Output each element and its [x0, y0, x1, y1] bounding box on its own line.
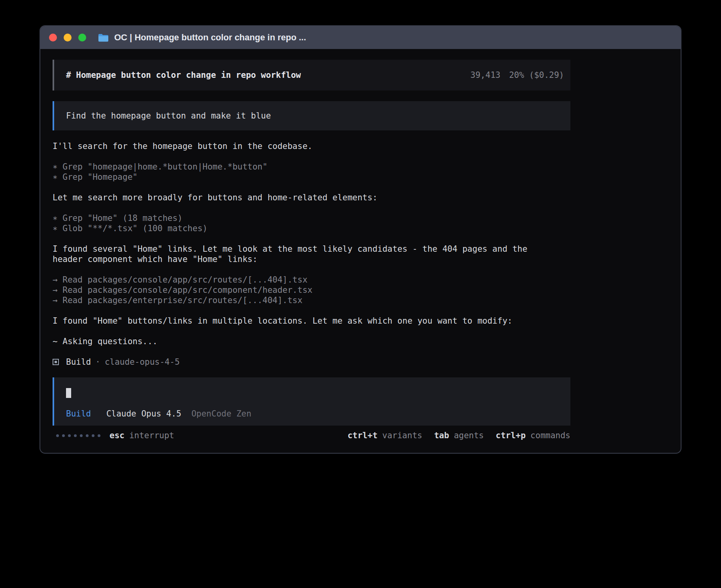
shortcut-key: esc [109, 430, 125, 441]
session-header: # Homepage button color change in repo w… [53, 60, 570, 90]
shortcut-key: ctrl+p [496, 430, 526, 441]
shortcut-key: tab [434, 430, 449, 441]
shortcut-key: ctrl+t [347, 430, 377, 441]
input-agent-label[interactable]: Build [66, 409, 91, 418]
context-usage: 20% ($0.29) [509, 70, 564, 80]
user-message: Find the homepage button and make it blu… [53, 101, 570, 130]
tool-call-line: ∗ Grep "homepage|home.*button|Home.*butt… [53, 162, 543, 172]
tool-call-line: ∗ Grep "Homepage" [53, 172, 543, 182]
status-line: ~ Asking questions... [53, 336, 543, 347]
shortcut-commands: ctrl+p commands [496, 430, 570, 441]
spinner-dots [56, 434, 100, 437]
statusbar: esc interrupt ctrl+t variants tab agents… [56, 430, 570, 441]
traffic-lights [49, 34, 86, 41]
tool-call-line: ∗ Grep "Home" (18 matches) [53, 213, 543, 223]
read-tool-line: → Read packages/console/app/src/componen… [53, 285, 543, 295]
user-message-text: Find the homepage button and make it blu… [66, 111, 271, 121]
shortcut-label: agents [454, 430, 484, 441]
read-tool-line: → Read packages/enterprise/src/routes/[.… [53, 295, 543, 305]
close-button[interactable] [49, 34, 57, 41]
input-model-label[interactable]: Claude Opus 4.5 [106, 409, 181, 418]
shortcut-label: commands [530, 430, 570, 441]
terminal-window: OC | Homepage button color change in rep… [40, 25, 681, 454]
agent-name: Build [66, 357, 91, 367]
prompt-input[interactable]: Build Claude Opus 4.5 OpenCode Zen [53, 377, 570, 426]
shortcut-label: variants [382, 430, 422, 441]
tool-call-group: ∗ Grep "Home" (18 matches) ∗ Glob "**/*.… [53, 213, 543, 234]
shortcut-label: interrupt [129, 430, 174, 441]
agent-icon [53, 359, 59, 365]
titlebar[interactable]: OC | Homepage button color change in rep… [40, 26, 681, 49]
shortcut-agents: tab agents [434, 430, 484, 441]
text-cursor [66, 388, 71, 398]
input-provider-label: OpenCode Zen [191, 409, 251, 418]
session-stats: 39,413 20% ($0.29) [470, 70, 564, 80]
assistant-paragraph: I found several "Home" links. Let me loo… [53, 244, 543, 264]
shortcut-interrupt: esc interrupt [109, 430, 174, 441]
minimize-button[interactable] [64, 34, 72, 41]
agent-separator: · [95, 357, 100, 367]
assistant-paragraph: Let me search more broadly for buttons a… [53, 192, 543, 203]
shortcut-variants: ctrl+t variants [347, 430, 422, 441]
window-title: OC | Homepage button color change in rep… [114, 32, 306, 43]
session-title: # Homepage button color change in repo w… [66, 70, 301, 80]
tool-call-group: ∗ Grep "homepage|home.*button|Home.*butt… [53, 162, 543, 182]
zoom-button[interactable] [78, 34, 86, 41]
tool-call-line: ∗ Glob "**/*.tsx" (100 matches) [53, 223, 543, 234]
terminal-content: # Homepage button color change in repo w… [53, 60, 570, 441]
read-tool-line: → Read packages/console/app/src/routes/[… [53, 275, 543, 285]
assistant-paragraph: I'll search for the homepage button in t… [53, 141, 543, 151]
read-tool-group: → Read packages/console/app/src/routes/[… [53, 275, 543, 305]
agent-model: claude-opus-4-5 [105, 357, 180, 367]
folder-icon [98, 34, 109, 42]
agent-badge: Build · claude-opus-4-5 [53, 357, 543, 367]
assistant-paragraph: I found "Home" buttons/links in multiple… [53, 316, 543, 326]
token-count: 39,413 [470, 70, 500, 80]
